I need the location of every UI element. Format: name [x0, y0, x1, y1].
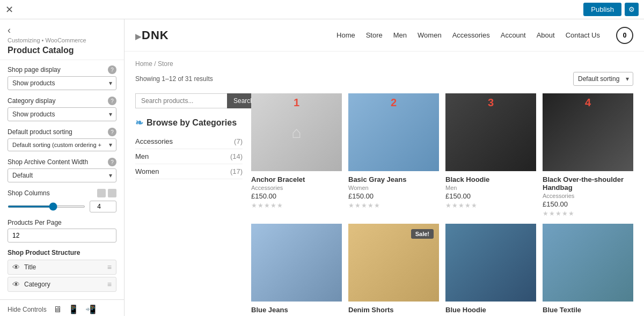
product-image-7[interactable] [445, 224, 536, 302]
nav-accessories[interactable]: Accessories [452, 31, 490, 39]
product-cat-3: Men [445, 185, 536, 191]
sidebar-footer: Hide Controls 🖥 📱 📲 [0, 299, 124, 316]
columns-label: Shop Columns [8, 189, 116, 197]
product-image-3[interactable]: 3 [445, 93, 536, 171]
archive-width-help[interactable]: ? [108, 158, 116, 166]
shop-breadcrumb: Home / Store [135, 60, 633, 68]
per-page-input[interactable] [8, 229, 116, 242]
structure-item-title: 👁 Title ≡ [8, 260, 116, 275]
product-price-4: £150.00 [543, 200, 633, 208]
mobile-view-icon[interactable]: 📲 [85, 304, 96, 314]
category-display-field: Category display ? Show products Show ca… [8, 97, 116, 121]
product-num-1: 1 [294, 97, 299, 109]
product-num-2: 2 [391, 97, 397, 109]
preview-area: ▶DNK Home Store Men Women Accessories Ac… [125, 19, 644, 316]
product-image-6[interactable]: Sale! [348, 224, 439, 302]
search-input[interactable] [135, 93, 227, 108]
cart-button[interactable]: 0 [616, 27, 633, 44]
hide-controls-button[interactable]: Hide Controls [8, 306, 47, 313]
search-bar: Search [135, 93, 243, 108]
tablet-view-icon[interactable]: 📱 [68, 304, 79, 314]
product-name-3: Black Hoodie [445, 175, 536, 183]
browse-title: ❧ Browse by Categories [135, 117, 243, 129]
eye-icon-title[interactable]: 👁 [12, 263, 20, 271]
product-card-6: Sale! Denim Shorts Women £80.00 [348, 224, 439, 316]
product-image-2[interactable]: 2 [348, 93, 439, 171]
top-bar: ✕ Publish ⚙ [0, 0, 644, 19]
sidebar-title: Product Catalog [8, 46, 116, 55]
shop-page-display-wrap: Show products Show categories Show categ… [8, 76, 116, 90]
hide-controls-label: Hide Controls [8, 306, 47, 313]
star-row-3: ★★★★★ [445, 202, 536, 209]
product-card-3: 3 Black Hoodie Men £150.00 ★★★★★ [445, 93, 536, 217]
publish-button[interactable]: Publish [583, 3, 621, 16]
nav-men[interactable]: Men [393, 31, 407, 39]
products-row-2: Blue Jeans Women £120.00 Sale! Denim Sho… [251, 224, 633, 316]
nav-home[interactable]: Home [336, 31, 355, 39]
product-name-8: Blue Textile [543, 306, 633, 314]
shop-page-display-help[interactable]: ? [108, 65, 116, 74]
category-display-select[interactable]: Show products Show categories Show categ… [8, 107, 116, 121]
columns-field: Shop Columns [8, 189, 116, 212]
cat-count: (17) [230, 167, 243, 175]
default-sorting-select[interactable]: Default sorting (custom ordering + na Po… [8, 138, 116, 151]
sidebar-header: ‹ Customizing • WooCommerce Product Cata… [0, 19, 124, 60]
nav-store[interactable]: Store [366, 31, 383, 39]
desktop-icon[interactable] [108, 189, 116, 197]
product-name-5: Blue Jeans [251, 306, 342, 314]
nav-contact[interactable]: Contact Us [566, 31, 600, 39]
default-sorting-wrap: Default sorting (custom ordering + na Po… [8, 138, 116, 151]
cat-item-women[interactable]: Women (17) [135, 164, 243, 179]
category-sidebar: Search ❧ Browse by Categories Accessorie… [135, 93, 243, 316]
results-text: Showing 1–12 of 31 results [135, 75, 573, 83]
star-row-1: ★★★★★ [251, 202, 342, 209]
product-price-1: £150.00 [251, 192, 342, 200]
product-card-4: 4 Black Over-the-shoulder Handbag Access… [543, 93, 633, 217]
sale-badge-6: Sale! [411, 229, 434, 239]
nav-about[interactable]: About [537, 31, 555, 39]
shop-top: Showing 1–12 of 31 results Default sorti… [135, 72, 633, 86]
shop-page-display-select[interactable]: Show products Show categories Show categ… [8, 76, 116, 90]
columns-slider[interactable] [8, 205, 85, 208]
product-name-4: Black Over-the-shoulder Handbag [543, 175, 633, 192]
drag-icon-title[interactable]: ≡ [107, 263, 112, 271]
nav-account[interactable]: Account [501, 31, 526, 39]
columns-slider-row [8, 201, 116, 212]
close-button[interactable]: ✕ [5, 4, 13, 16]
product-num-4: 4 [585, 97, 591, 109]
product-card-2: 2 Basic Gray Jeans Women £150.00 ★★★★★ [348, 93, 439, 217]
cat-item-men[interactable]: Men (14) [135, 149, 243, 164]
mobile-icon[interactable] [97, 189, 106, 197]
product-image-5[interactable] [251, 224, 342, 302]
category-display-label: Category display ? [8, 97, 116, 105]
desktop-view-icon[interactable]: 🖥 [53, 305, 62, 314]
product-card-7: Blue Hoodie Men £130.00 [445, 224, 536, 316]
structure-item-category: 👁 Category ≡ [8, 277, 116, 292]
gear-button[interactable]: ⚙ [625, 3, 639, 16]
category-display-help[interactable]: ? [108, 97, 116, 105]
columns-number-input[interactable] [90, 201, 116, 212]
shop-area: Home / Store Showing 1–12 of 31 results … [125, 52, 644, 316]
sort-select[interactable]: Default sorting Popularity Average ratin… [573, 72, 633, 86]
shop-layout: Search ❧ Browse by Categories Accessorie… [135, 93, 633, 316]
product-card-5: Blue Jeans Women £120.00 [251, 224, 342, 316]
product-grid: 1 ⌂ Anchor Bracelet Accessories £150.00 … [251, 93, 633, 316]
eye-icon-category[interactable]: 👁 [12, 280, 20, 289]
back-button[interactable]: ‹ [8, 25, 11, 36]
cat-item-accessories[interactable]: Accessories (7) [135, 134, 243, 149]
product-image-4[interactable]: 4 [543, 93, 633, 171]
archive-width-select[interactable]: Default Full width [8, 168, 116, 182]
product-cat-1: Accessories [251, 185, 342, 191]
cat-count: (7) [234, 137, 243, 145]
product-image-1[interactable]: 1 ⌂ [251, 93, 342, 171]
archive-width-wrap: Default Full width [8, 168, 116, 182]
default-sorting-help[interactable]: ? [108, 128, 116, 136]
slider-icons [97, 189, 116, 197]
nav-women[interactable]: Women [418, 31, 442, 39]
product-cat-2: Women [348, 185, 439, 191]
nav-links: Home Store Men Women Accessories Account… [336, 27, 633, 44]
product-name-2: Basic Gray Jeans [348, 175, 439, 183]
drag-icon-category[interactable]: ≡ [107, 280, 112, 289]
product-image-8[interactable] [543, 224, 633, 302]
shop-page-display-field: Shop page display ? Show products Show c… [8, 65, 116, 90]
